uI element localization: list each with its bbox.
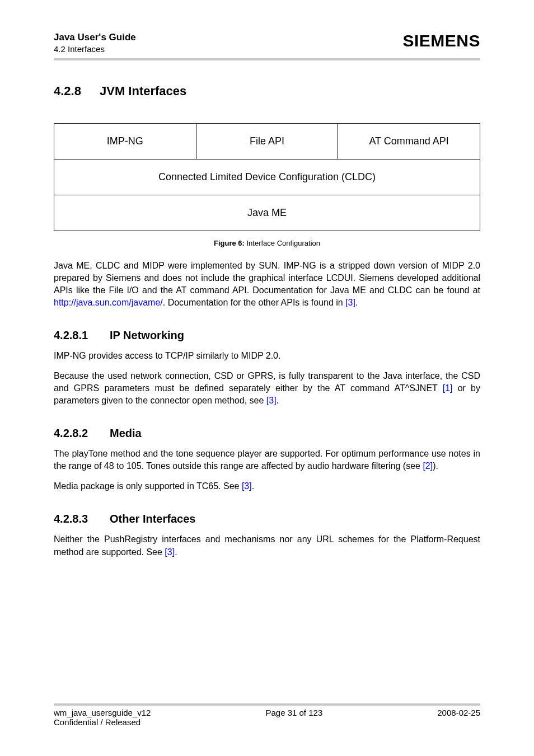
javame-link[interactable]: http://java.sun.com/javame/ (54, 298, 163, 307)
heading-number: 4.2.8.2 (54, 427, 110, 440)
doc-title: Java User's Guide (54, 31, 136, 44)
ref-3-link[interactable]: [3] (242, 481, 252, 491)
media-p2: Media package is only supported in TC65.… (54, 480, 480, 492)
text: . (175, 547, 177, 557)
siemens-logo: SIEMENS (402, 31, 480, 50)
footer-confidentiality: Confidential / Released (54, 717, 151, 727)
heading-4-2-8-2: 4.2.8.2Media (54, 427, 480, 440)
doc-section: 4.2 Interfaces (54, 44, 136, 55)
diagram-cell-at-command-api: AT Command API (338, 123, 480, 159)
ref-2-link[interactable]: [2] (423, 461, 433, 471)
ref-3-link[interactable]: [3] (266, 396, 277, 405)
heading-text: JVM Interfaces (100, 84, 186, 98)
intro-paragraph: Java ME, CLDC and MIDP were implemented … (54, 260, 480, 309)
ip-networking-p1: IMP-NG provides access to TCP/IP similar… (54, 350, 480, 362)
text: . (252, 481, 254, 491)
heading-4-2-8-1: 4.2.8.1IP Networking (54, 329, 480, 342)
diagram-cell-java-me: Java ME (54, 195, 480, 231)
diagram-cell-file-api: File API (196, 123, 338, 159)
text: . (355, 298, 358, 307)
footer-page-number: Page 31 of 123 (151, 708, 437, 727)
text: Java ME, CLDC and MIDP were implemented … (54, 261, 480, 295)
ref-1-link[interactable]: [1] (443, 383, 453, 393)
text: Media package is only supported in TC65.… (54, 481, 242, 491)
media-p1: The playTone method and the tone sequenc… (54, 448, 480, 472)
ref-3-link[interactable]: [3] (165, 547, 175, 557)
interface-diagram: IMP-NG File API AT Command API Connected… (54, 123, 480, 231)
page-footer: wm_java_usersguide_v12 Confidential / Re… (54, 703, 480, 727)
text: . Documentation for the other APIs is fo… (163, 298, 345, 307)
heading-4-2-8: 4.2.8JVM Interfaces (54, 84, 480, 98)
text: Because the used network connection, CSD… (54, 371, 480, 393)
text: . (277, 396, 279, 405)
text: The playTone method and the tone sequenc… (54, 449, 480, 471)
heading-number: 4.2.8.3 (54, 513, 110, 525)
ref-3-link[interactable]: [3] (345, 298, 355, 307)
footer-doc-id: wm_java_usersguide_v12 (54, 708, 151, 717)
heading-text: Media (110, 427, 142, 439)
figure-desc: Interface Configuration (247, 239, 321, 247)
text: ). (433, 461, 438, 471)
heading-text: Other Interfaces (110, 513, 195, 525)
footer-date: 2008-02-25 (437, 708, 480, 727)
diagram-cell-imp-ng: IMP-NG (54, 123, 196, 159)
figure-caption: Figure 6: Interface Configuration (54, 239, 480, 247)
other-interfaces-p1: Neither the PushRegistry interfaces and … (54, 533, 480, 558)
diagram-cell-cldc: Connected Limited Device Configuration (… (54, 159, 480, 195)
heading-number: 4.2.8.1 (54, 329, 110, 342)
heading-number: 4.2.8 (54, 84, 100, 98)
heading-text: IP Networking (110, 329, 184, 341)
ip-networking-p2: Because the used network connection, CSD… (54, 370, 480, 407)
page-header: Java User's Guide 4.2 Interfaces SIEMENS (54, 31, 480, 60)
text: Neither the PushRegistry interfaces and … (54, 534, 480, 556)
figure-label: Figure 6: (214, 239, 245, 247)
heading-4-2-8-3: 4.2.8.3Other Interfaces (54, 513, 480, 525)
